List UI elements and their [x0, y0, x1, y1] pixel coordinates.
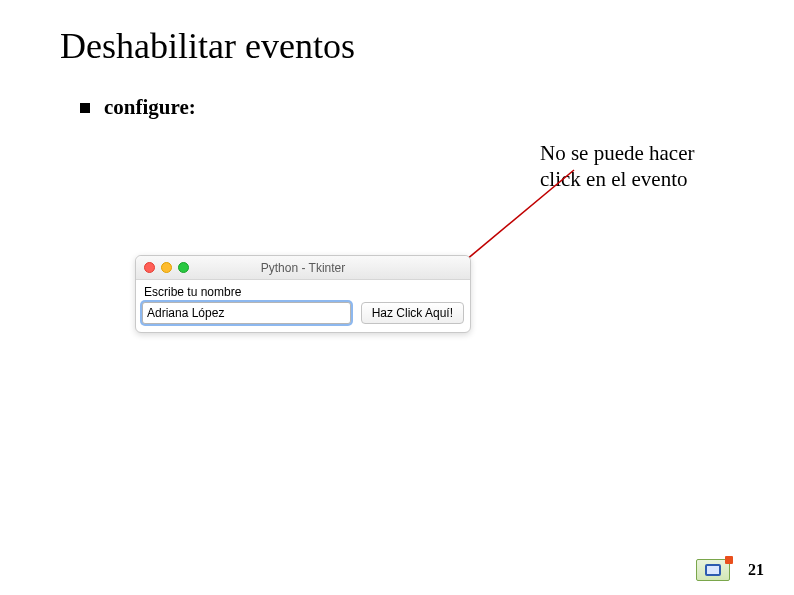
- input-label: Escribe tu nombre: [142, 284, 464, 302]
- slide-title: Deshabilitar eventos: [60, 25, 355, 67]
- window-titlebar: Python - Tkinter: [136, 256, 470, 280]
- input-row: Haz Click Aquí!: [142, 302, 464, 324]
- footer-logo-icon: [696, 559, 730, 581]
- page-number: 21: [748, 561, 764, 579]
- bullet-text: configure:: [104, 95, 196, 120]
- traffic-lights: [144, 262, 189, 273]
- zoom-icon[interactable]: [178, 262, 189, 273]
- app-window: Python - Tkinter Escribe tu nombre Haz C…: [135, 255, 471, 333]
- annotation-text: No se puede hacer click en el evento: [540, 140, 740, 193]
- bullet-item: configure:: [80, 95, 196, 120]
- minimize-icon[interactable]: [161, 262, 172, 273]
- window-body: Escribe tu nombre Haz Click Aquí!: [136, 280, 470, 332]
- slide-footer: 21: [696, 559, 764, 581]
- bullet-square-icon: [80, 103, 90, 113]
- click-button[interactable]: Haz Click Aquí!: [361, 302, 464, 324]
- close-icon[interactable]: [144, 262, 155, 273]
- name-input[interactable]: [142, 302, 351, 324]
